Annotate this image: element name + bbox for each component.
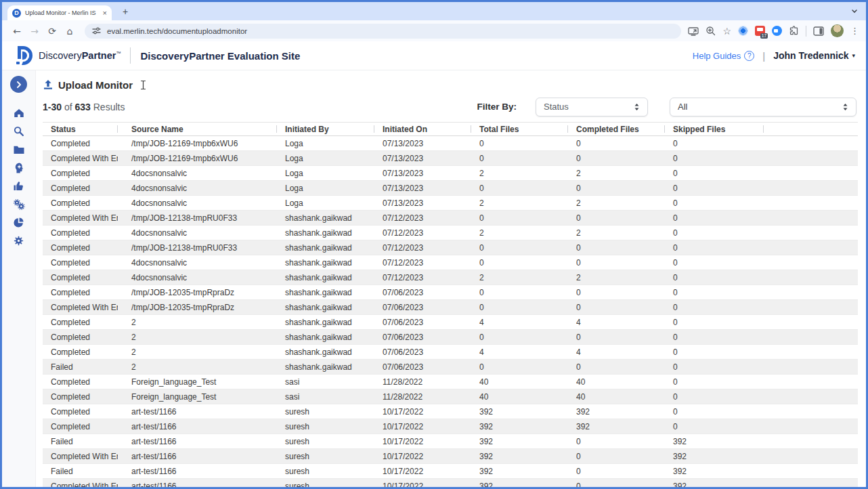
- table-row[interactable]: CompletedForeign_language_Testsasi11/28/…: [43, 389, 858, 404]
- table-cell: Foreign_language_Test: [118, 389, 277, 404]
- table-cell: 0: [471, 240, 568, 255]
- url-text[interactable]: eval.merlin.tech/documentuploadmonitor: [107, 27, 247, 35]
- table-row[interactable]: Completed2shashank.gaikwad07/06/2023440: [43, 345, 858, 360]
- sidebar-item-processes[interactable]: [10, 195, 28, 213]
- reload-button[interactable]: ⟳: [44, 23, 60, 39]
- table-row[interactable]: Completedart-test/1166suresh10/17/202239…: [43, 419, 858, 434]
- tab-close-icon[interactable]: ×: [103, 9, 107, 17]
- browser-tab[interactable]: D Upload Monitor - Merlin IS ×: [7, 5, 112, 20]
- tab-search-chevron-icon[interactable]: [848, 6, 861, 17]
- table-row[interactable]: Completed With Errors/tmp/JOB-12138-tmpR…: [43, 211, 858, 226]
- browser-menu-icon[interactable]: ⋮: [850, 26, 859, 36]
- table-cell: Completed: [43, 136, 118, 150]
- sidebar-item-folders[interactable]: [10, 140, 28, 158]
- table-cell: Failed: [43, 464, 118, 478]
- table-cell: 0: [568, 330, 665, 344]
- extension-red-icon[interactable]: 17: [755, 26, 765, 36]
- table-cell: 0: [568, 300, 665, 314]
- column-header-source-name[interactable]: Source Name: [118, 123, 277, 135]
- sidebar-item-reports[interactable]: [10, 213, 28, 232]
- table-row[interactable]: Completed With Errorsart-test/1166suresh…: [43, 449, 858, 464]
- table-row[interactable]: Completed4docsnonsalvicshashank.gaikwad0…: [43, 255, 858, 270]
- table-row[interactable]: Completed/tmp/JOB-12169-tmpb6xWU6Loga07/…: [43, 136, 858, 151]
- side-panel-icon[interactable]: [813, 26, 824, 36]
- table-cell: 11/28/2022: [374, 375, 471, 389]
- table-cell: 0: [568, 434, 665, 448]
- table-row[interactable]: Completed2shashank.gaikwad07/06/2023000: [43, 330, 858, 345]
- forward-button[interactable]: →: [26, 23, 43, 39]
- table-row[interactable]: Failedart-test/1166suresh10/17/202239203…: [43, 434, 858, 449]
- table-row[interactable]: Completed4docsnonsalvicshashank.gaikwad0…: [43, 270, 858, 285]
- bookmark-star-icon[interactable]: ☆: [722, 26, 731, 37]
- table-cell: 0: [665, 389, 764, 404]
- extensions-puzzle-icon[interactable]: [789, 26, 799, 36]
- site-settings-icon[interactable]: [92, 26, 101, 35]
- table-cell-spacer: [764, 404, 858, 419]
- table-cell: 0: [568, 181, 665, 195]
- user-menu[interactable]: John Tredennick ▾: [773, 50, 855, 61]
- table-row[interactable]: CompletedForeign_language_Testsasi11/28/…: [43, 375, 858, 389]
- table-row[interactable]: Completed With Errors/tmp/JOB-12169-tmpb…: [43, 151, 858, 166]
- column-header-skipped-files[interactable]: Skipped Files: [665, 123, 764, 135]
- help-guides-link[interactable]: Help Guides ?: [693, 51, 755, 61]
- table-cell: art-test/1166: [118, 449, 277, 463]
- table-row[interactable]: Completed4docsnonsalvicLoga07/13/2023220: [43, 196, 858, 211]
- sidebar-expand-button[interactable]: [10, 76, 27, 93]
- table-cell: 0: [568, 255, 665, 270]
- address-bar[interactable]: eval.merlin.tech/documentuploadmonitor: [85, 24, 681, 39]
- table-row[interactable]: Completed/tmp/JOB-12035-tmpRpraDzshashan…: [43, 285, 858, 300]
- table-row[interactable]: Completed/tmp/JOB-12138-tmpRU0F33shashan…: [43, 240, 858, 255]
- home-button[interactable]: ⌂: [62, 23, 78, 39]
- gear-icon: [13, 235, 24, 247]
- column-header-completed-files[interactable]: Completed Files: [568, 123, 665, 135]
- table-row[interactable]: Completed4docsnonsalvicLoga07/13/2023000: [43, 181, 858, 196]
- table-cell: Completed: [43, 345, 118, 359]
- sidebar-item-home[interactable]: [10, 104, 28, 122]
- sidebar-item-ai-analysis[interactable]: [10, 158, 28, 177]
- results-count: 1-30 of 633 Results: [43, 102, 125, 112]
- table-row[interactable]: Completed2shashank.gaikwad07/06/2023440: [43, 315, 858, 330]
- column-header-total-files[interactable]: Total Files: [471, 123, 568, 135]
- brand-logo[interactable]: DiscoveryPartner™: [13, 45, 121, 66]
- sidebar-item-settings[interactable]: [10, 232, 28, 250]
- header-divider: [130, 47, 131, 64]
- table-cell: /tmp/JOB-12035-tmpRpraDz: [118, 285, 277, 299]
- table-cell: shashank.gaikwad: [277, 240, 374, 255]
- back-button[interactable]: ←: [9, 23, 25, 39]
- column-header-initiated-by[interactable]: Initiated By: [277, 123, 374, 135]
- filter-value-select[interactable]: All: [670, 98, 856, 116]
- table-cell: 07/13/2023: [374, 181, 471, 195]
- table-row[interactable]: Completedart-test/1166suresh10/17/202239…: [43, 404, 858, 419]
- new-tab-button[interactable]: +: [118, 5, 132, 19]
- sidebar-item-search[interactable]: [10, 122, 28, 140]
- table-cell: 0: [665, 211, 764, 225]
- table-cell: 392: [568, 404, 665, 419]
- table-cell: suresh: [277, 404, 374, 419]
- table-row[interactable]: Failedart-test/1166suresh10/17/202239203…: [43, 464, 858, 479]
- text-cursor-icon: [140, 80, 146, 90]
- table-cell: 4docsnonsalvic: [118, 270, 277, 284]
- table-row[interactable]: Completed4docsnonsalvicshashank.gaikwad0…: [43, 226, 858, 240]
- column-header-initiated-on[interactable]: Initiated On: [374, 123, 471, 135]
- table-cell: 2: [471, 226, 568, 240]
- table-cell: Foreign_language_Test: [118, 375, 277, 389]
- table-cell: Completed: [43, 330, 118, 344]
- extension-target-icon[interactable]: [738, 26, 748, 36]
- table-cell: 4: [568, 315, 665, 329]
- column-header-status[interactable]: Status: [43, 123, 118, 135]
- table-row[interactable]: Failed2shashank.gaikwad07/06/2023000: [43, 360, 858, 375]
- table-cell: 392: [471, 464, 568, 478]
- profile-avatar[interactable]: [831, 24, 844, 37]
- extension-zoom-icon[interactable]: [772, 26, 782, 36]
- table-row[interactable]: Completed4docsnonsalvicLoga07/13/2023220: [43, 166, 858, 181]
- filter-field-select[interactable]: Status: [536, 98, 648, 116]
- table-row[interactable]: Completed With Errors/tmp/JOB-12035-tmpR…: [43, 300, 858, 315]
- table-cell: 07/06/2023: [374, 330, 471, 344]
- column-header-spacer: [764, 123, 858, 135]
- table-cell: 0: [568, 211, 665, 225]
- table-cell: 2: [471, 270, 568, 284]
- zoom-search-icon[interactable]: [706, 26, 716, 36]
- sidebar-item-review[interactable]: [10, 177, 28, 195]
- install-app-icon[interactable]: [688, 26, 699, 36]
- table-row[interactable]: Completed With Errorsart-test/1166suresh…: [43, 479, 858, 487]
